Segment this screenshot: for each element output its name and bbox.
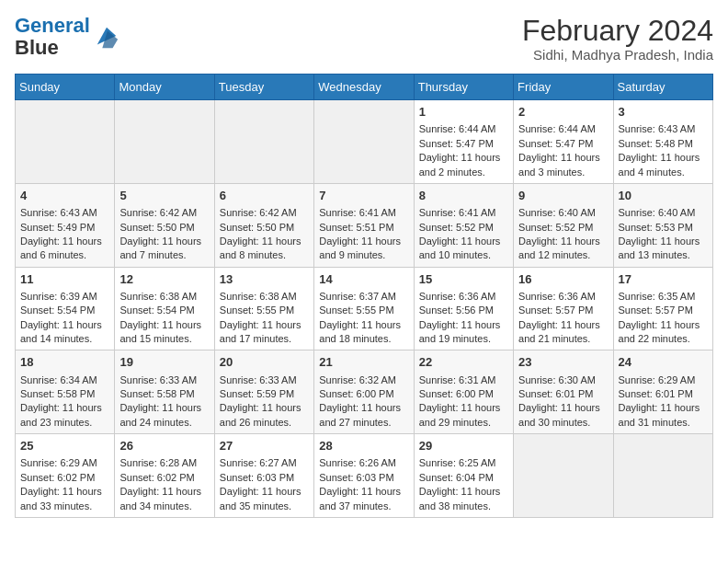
day-info: Sunset: 5:55 PM [319, 304, 408, 317]
day-info: Sunrise: 6:43 AM [619, 122, 708, 136]
calendar-cell: 22Sunrise: 6:31 AMSunset: 6:00 PMDayligh… [414, 350, 513, 434]
calendar-cell: 23Sunrise: 6:30 AMSunset: 6:01 PMDayligh… [514, 350, 613, 434]
calendar-cell: 21Sunrise: 6:32 AMSunset: 6:00 PMDayligh… [314, 350, 414, 434]
day-number: 15 [419, 271, 508, 288]
day-info: Sunset: 5:47 PM [419, 137, 508, 151]
day-number: 8 [419, 188, 508, 204]
day-number: 10 [619, 188, 708, 204]
day-info: Sunrise: 6:36 AM [419, 290, 508, 304]
day-number: 7 [319, 188, 408, 204]
calendar-cell [514, 434, 613, 518]
day-info: Daylight: 11 hours and 29 minutes. [419, 401, 508, 430]
day-info: Sunrise: 6:38 AM [119, 290, 209, 304]
day-number: 12 [119, 271, 209, 288]
calendar-header-row: SundayMondayTuesdayWednesdayThursdayFrid… [16, 75, 713, 100]
day-number: 27 [220, 438, 309, 454]
day-info: Daylight: 11 hours and 7 minutes. [119, 235, 209, 263]
day-info: Sunset: 5:50 PM [220, 221, 309, 235]
day-number: 25 [20, 438, 109, 454]
calendar-cell: 3Sunrise: 6:43 AMSunset: 5:48 PMDaylight… [613, 100, 712, 184]
day-info: Sunset: 5:49 PM [20, 221, 109, 235]
day-info: Daylight: 11 hours and 13 minutes. [619, 235, 708, 263]
calendar-cell: 15Sunrise: 6:36 AMSunset: 5:56 PMDayligh… [414, 267, 513, 350]
day-info: Sunrise: 6:36 AM [518, 290, 608, 304]
day-info: Daylight: 11 hours and 31 minutes. [619, 401, 708, 430]
day-info: Sunset: 6:01 PM [518, 387, 608, 401]
day-info: Sunset: 6:02 PM [20, 471, 109, 485]
day-number: 4 [20, 188, 109, 204]
calendar-cell: 5Sunrise: 6:42 AMSunset: 5:50 PMDaylight… [115, 183, 214, 267]
header-wednesday: Wednesday [314, 75, 414, 100]
day-info: Sunset: 5:48 PM [619, 137, 708, 151]
day-info: Sunset: 5:57 PM [619, 304, 708, 317]
day-info: Sunset: 6:02 PM [119, 471, 209, 485]
day-number: 26 [119, 438, 209, 454]
day-info: Sunset: 6:03 PM [220, 471, 309, 485]
day-info: Daylight: 11 hours and 9 minutes. [319, 235, 408, 263]
header-friday: Friday [514, 75, 613, 100]
header-saturday: Saturday [613, 75, 712, 100]
day-info: Sunrise: 6:39 AM [20, 290, 109, 304]
day-info: Sunrise: 6:42 AM [119, 206, 209, 220]
day-info: Sunset: 5:51 PM [319, 221, 408, 235]
day-info: Sunrise: 6:35 AM [619, 290, 708, 304]
day-info: Sunrise: 6:40 AM [619, 206, 708, 220]
calendar-cell: 8Sunrise: 6:41 AMSunset: 5:52 PMDaylight… [414, 183, 513, 267]
day-number: 28 [319, 438, 408, 454]
day-info: Daylight: 11 hours and 30 minutes. [518, 401, 608, 430]
title-area: February 2024 Sidhi, Madhya Pradesh, Ind… [522, 15, 713, 63]
day-info: Sunset: 5:58 PM [20, 387, 109, 401]
calendar-table: SundayMondayTuesdayWednesdayThursdayFrid… [15, 74, 713, 518]
day-info: Daylight: 11 hours and 33 minutes. [20, 485, 109, 513]
day-number: 18 [20, 354, 109, 371]
calendar-cell: 10Sunrise: 6:40 AMSunset: 5:53 PMDayligh… [613, 183, 712, 267]
day-info: Daylight: 11 hours and 21 minutes. [518, 318, 608, 347]
day-number: 9 [518, 188, 608, 204]
day-info: Sunset: 5:54 PM [119, 304, 209, 317]
day-info: Sunrise: 6:44 AM [518, 122, 608, 136]
day-info: Sunrise: 6:42 AM [220, 206, 309, 220]
day-info: Daylight: 11 hours and 19 minutes. [419, 318, 508, 347]
calendar-week-row: 18Sunrise: 6:34 AMSunset: 5:58 PMDayligh… [16, 350, 713, 434]
day-info: Sunrise: 6:41 AM [419, 206, 508, 220]
day-info: Daylight: 11 hours and 34 minutes. [119, 485, 209, 513]
day-info: Sunrise: 6:38 AM [220, 290, 309, 304]
day-info: Sunrise: 6:43 AM [20, 206, 109, 220]
calendar-cell: 28Sunrise: 6:26 AMSunset: 6:03 PMDayligh… [314, 434, 414, 518]
day-info: Sunrise: 6:26 AM [319, 456, 408, 470]
day-info: Daylight: 11 hours and 15 minutes. [119, 318, 209, 347]
day-number: 16 [518, 271, 608, 288]
calendar-cell: 2Sunrise: 6:44 AMSunset: 5:47 PMDaylight… [514, 100, 613, 184]
day-number: 20 [220, 354, 309, 371]
day-info: Sunrise: 6:37 AM [319, 290, 408, 304]
day-info: Sunrise: 6:33 AM [119, 373, 209, 387]
day-info: Daylight: 11 hours and 14 minutes. [20, 318, 109, 347]
calendar-week-row: 11Sunrise: 6:39 AMSunset: 5:54 PMDayligh… [16, 267, 713, 350]
day-info: Sunset: 5:50 PM [119, 221, 209, 235]
day-info: Sunrise: 6:41 AM [319, 206, 408, 220]
day-info: Daylight: 11 hours and 10 minutes. [419, 235, 508, 263]
day-info: Daylight: 11 hours and 23 minutes. [20, 401, 109, 430]
day-info: Daylight: 11 hours and 12 minutes. [518, 235, 608, 263]
header-thursday: Thursday [414, 75, 513, 100]
calendar-cell [214, 100, 313, 184]
day-number: 11 [20, 271, 109, 288]
header-tuesday: Tuesday [214, 75, 313, 100]
day-info: Sunrise: 6:29 AM [20, 456, 109, 470]
day-info: Sunset: 5:53 PM [619, 221, 708, 235]
day-info: Daylight: 11 hours and 2 minutes. [419, 151, 508, 179]
calendar-week-row: 1Sunrise: 6:44 AMSunset: 5:47 PMDaylight… [16, 100, 713, 184]
calendar-cell: 6Sunrise: 6:42 AMSunset: 5:50 PMDaylight… [214, 183, 313, 267]
day-info: Sunrise: 6:27 AM [220, 456, 309, 470]
calendar-cell: 26Sunrise: 6:28 AMSunset: 6:02 PMDayligh… [115, 434, 214, 518]
day-info: Daylight: 11 hours and 4 minutes. [619, 151, 708, 179]
calendar-week-row: 25Sunrise: 6:29 AMSunset: 6:02 PMDayligh… [16, 434, 713, 518]
day-info: Sunrise: 6:31 AM [419, 373, 508, 387]
day-info: Daylight: 11 hours and 3 minutes. [518, 151, 608, 179]
day-info: Sunset: 5:58 PM [119, 387, 209, 401]
day-info: Sunset: 5:56 PM [419, 304, 508, 317]
day-info: Sunset: 6:04 PM [419, 471, 508, 485]
calendar-cell: 29Sunrise: 6:25 AMSunset: 6:04 PMDayligh… [414, 434, 513, 518]
calendar-cell [16, 100, 115, 184]
day-number: 24 [619, 354, 708, 371]
